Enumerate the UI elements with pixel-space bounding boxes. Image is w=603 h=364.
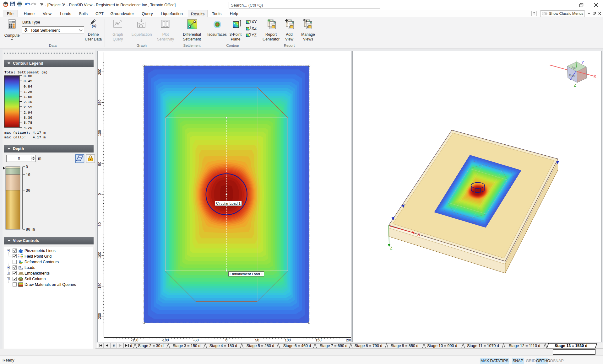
svg-text:150: 150 [98,99,101,105]
svg-text:-100: -100 [98,252,101,259]
svg-text:Stage 3 = 150 d: Stage 3 = 150 d [173,344,201,348]
svg-text:100: 100 [285,338,291,342]
svg-text:Stage 11 = 1070 d: Stage 11 = 1070 d [467,344,499,348]
svg-text:X: X [417,232,420,237]
svg-text:100: 100 [98,130,101,136]
svg-text:#: # [113,344,115,348]
svg-text:30: 30 [26,189,30,193]
svg-text:Z: Z [574,83,576,88]
svg-text:200: 200 [98,69,101,75]
svg-text:Z: Z [390,246,392,250]
svg-text:-50: -50 [193,338,199,342]
svg-text:0: 0 [26,165,28,169]
svg-text:Stage 12 = 1110 d: Stage 12 = 1110 d [509,344,541,348]
svg-text:80 m: 80 m [26,228,35,232]
svg-text:Stage 10 = 990 d: Stage 10 = 990 d [427,344,457,348]
svg-text:d: d [130,344,132,348]
svg-text:Stage 9 = 850 d: Stage 9 = 850 d [391,344,419,348]
svg-text:0: 0 [225,338,227,342]
svg-text:150: 150 [315,338,321,342]
svg-text:Stage 4 = 180 d: Stage 4 = 180 d [209,344,237,348]
svg-text:0: 0 [98,193,101,195]
svg-text:-50: -50 [98,222,101,228]
svg-text:(x): (x) [92,23,96,28]
svg-text:Stage 8 = 790 d: Stage 8 = 790 d [355,344,383,348]
svg-text:-100: -100 [161,338,169,342]
svg-text:Stage 6 = 460 d: Stage 6 = 460 d [283,344,311,348]
svg-text:X: X [594,74,596,79]
svg-text:50: 50 [255,338,259,342]
svg-text:50: 50 [98,162,101,166]
svg-text:Stage 7 = 690 d: Stage 7 = 690 d [320,344,348,348]
svg-text:Stage 2 = 30 d: Stage 2 = 30 d [138,344,164,348]
svg-text:Y: Y [581,60,584,65]
svg-text:-150: -150 [131,338,138,342]
svg-text:Stage 5 = 280 d: Stage 5 = 280 d [247,344,274,348]
svg-text:10: 10 [26,173,30,177]
svg-text:Show Classic Menus: Show Classic Menus [549,11,584,16]
svg-text:-150: -150 [98,282,101,290]
svg-text:Top: Top [571,66,576,70]
svg-text:200: 200 [346,338,351,342]
svg-text:Stage 13 = 1530 d: Stage 13 = 1530 d [555,344,588,348]
svg-text:-200: -200 [98,313,101,320]
